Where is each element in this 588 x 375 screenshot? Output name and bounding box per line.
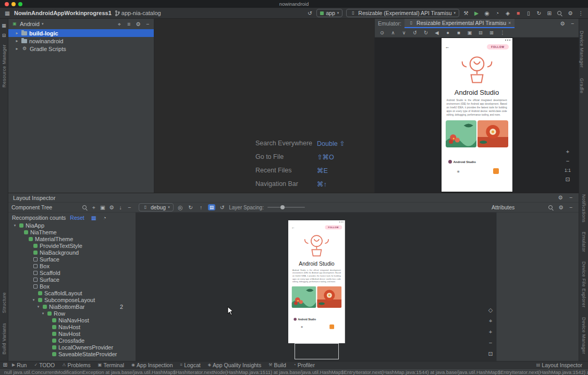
minimize-icon[interactable]: −	[568, 205, 574, 210]
tool-window-stripe-resource-manager[interactable]: Resource Manager	[2, 44, 7, 88]
zoom-fit-icon[interactable]: ⊡	[565, 177, 571, 182]
toolwindow-problems[interactable]: ⚠Problems	[58, 362, 94, 368]
window-controls[interactable]	[5, 2, 22, 6]
fold-icon[interactable]: ⊟	[477, 30, 484, 35]
component-providetextstyle[interactable]: ProvideTextStyle	[8, 242, 136, 249]
layer-spacing-slider[interactable]	[267, 207, 305, 208]
hide-icon[interactable]: −	[144, 21, 151, 27]
minimize-icon[interactable]: −	[568, 195, 574, 201]
snapshot-icon[interactable]: ⊞	[488, 30, 495, 35]
minimize-window-button[interactable]	[11, 2, 16, 6]
settings-icon[interactable]: ⚙	[135, 21, 141, 27]
chevron-right-icon[interactable]: ▸	[15, 46, 19, 51]
rollback-icon[interactable]: ↺	[307, 10, 313, 16]
chevron-down-icon[interactable]: ▾	[13, 223, 17, 228]
toolwindow-todo[interactable]: ✓TODO	[30, 362, 58, 368]
emulator-screen[interactable]: ← FOLLOW	[442, 38, 512, 192]
tool-window-stripe-gradle[interactable]: Gradle	[579, 78, 584, 93]
tool-window-stripe-emulator[interactable]: Emulator	[581, 232, 586, 252]
chevron-down-icon[interactable]: ▾	[31, 298, 36, 302]
chevron-down-icon[interactable]: ▾	[36, 305, 41, 309]
component-scaffoldlayout[interactable]: ScaffoldLayout	[8, 290, 136, 296]
more-icon[interactable]: ⋮	[578, 10, 584, 16]
settings-icon[interactable]: ⚙	[558, 205, 564, 210]
component-box[interactable]: Box	[8, 283, 136, 290]
toolwindow-logcat[interactable]: ≡Logcat	[177, 362, 204, 368]
component-crossfade[interactable]: Crossfade	[8, 337, 136, 344]
device-manager-icon[interactable]: ▯	[525, 10, 532, 16]
sync-icon[interactable]: ↻	[536, 10, 542, 16]
collapse-icon[interactable]: −	[126, 205, 132, 210]
settings-icon[interactable]: ⚙	[108, 205, 115, 210]
toolwindow-build[interactable]: ⚒Build	[265, 362, 290, 368]
layers-toggle-icon[interactable]: ▤	[208, 204, 216, 210]
toolwindow-app-inspection[interactable]: ◉App Inspection	[128, 362, 176, 368]
debug-icon[interactable]: ◉	[484, 10, 490, 16]
run-configuration-select[interactable]: app ▾	[316, 9, 342, 17]
screenshot-icon[interactable]: ▣	[467, 30, 473, 35]
component-subcomposelayout[interactable]: ▾SubcomposeLayout	[8, 296, 136, 303]
component-row[interactable]: ▾Row	[8, 310, 136, 317]
tool-window-stripe-structure[interactable]: Structure	[2, 292, 7, 313]
component-saveablestateprovider[interactable]: SaveableStateProvider	[8, 351, 136, 357]
volume-down-icon[interactable]: ∨	[401, 30, 407, 35]
tool-window-stripe-device-manager[interactable]: Device Manager	[579, 31, 584, 68]
search-icon[interactable]	[557, 10, 563, 16]
toolwindow-app-quality-insights[interactable]: ◈App Quality Insights	[204, 362, 265, 368]
stop-icon[interactable]: ■	[515, 10, 521, 16]
status-message[interactable]: null java.util.ConcurrentModificationExc…	[4, 369, 588, 375]
export-icon[interactable]: ↑	[198, 205, 204, 210]
zoom-window-button[interactable]	[18, 2, 22, 6]
zoom-level[interactable]: 1:1	[565, 168, 571, 173]
zoom-out-icon[interactable]: −	[487, 340, 494, 346]
overview-icon[interactable]: ■	[456, 30, 462, 35]
component-localownersprovider[interactable]: LocalOwnersProvider	[8, 344, 136, 351]
chevron-right-icon[interactable]: ▸	[15, 31, 19, 35]
settings-icon[interactable]: ⚙	[567, 10, 573, 16]
build-icon[interactable]: ⚒	[463, 10, 469, 16]
toolwindow-layout-inspector[interactable]: ▤Layout Inspector	[533, 362, 586, 368]
tool-window-stripe-build-variants[interactable]: Build Variants	[2, 323, 7, 354]
device-render-screen[interactable]: ← FOLLOW	[288, 220, 345, 343]
zoom-fit-icon[interactable]: ⊡	[487, 351, 494, 357]
reset-link[interactable]: Reset	[70, 215, 84, 221]
component-niaapp[interactable]: ▾NiaApp	[8, 222, 136, 229]
reload-icon[interactable]: ↺	[219, 205, 225, 210]
rotate-right-icon[interactable]: ↻	[423, 30, 429, 35]
device-select[interactable]: ▯ Resizable (Experimental) API Tiramisu …	[346, 9, 459, 17]
app-inspection-icon[interactable]: ◈	[505, 10, 511, 16]
rotate-left-icon[interactable]: ↺	[412, 30, 418, 35]
search-icon[interactable]	[548, 205, 554, 210]
tool-window-stripe-notifications[interactable]: Notifications	[581, 194, 586, 222]
chevron-down-icon[interactable]: ▾	[41, 311, 45, 316]
component-navhost[interactable]: NavHost	[8, 323, 136, 330]
back-icon[interactable]: ◀	[434, 30, 440, 35]
component-niabackground[interactable]: NiaBackground	[8, 249, 136, 256]
more-icon[interactable]: ⋮	[499, 30, 506, 35]
toolwindow-terminal[interactable]: ▣Terminal	[94, 362, 128, 368]
toolwindow-profiler[interactable]: ◔Profiler	[290, 362, 318, 368]
close-window-button[interactable]	[5, 2, 9, 6]
volume-up-icon[interactable]: ∧	[390, 30, 396, 35]
editor-area[interactable]: Search EverywhereDouble ⇧Go to File⇧⌘ORe…	[154, 19, 374, 193]
minimize-icon[interactable]: −	[569, 21, 575, 27]
project-name[interactable]: NowinAndroidAppWorkinprogress1	[14, 10, 112, 16]
component-navhost[interactable]: NavHost	[8, 330, 136, 337]
zoom-out-icon[interactable]: −	[565, 158, 571, 164]
close-icon[interactable]: ×	[508, 20, 511, 26]
fold-icon[interactable]: ⊟	[1, 33, 7, 38]
toolwindow-run[interactable]: ▶Run	[8, 362, 30, 368]
sdk-icon[interactable]: ⊞	[546, 10, 553, 16]
component-niatheme[interactable]: NiaTheme	[8, 229, 136, 235]
tool-window-stripe-device-file-explorer[interactable]: Device File Explorer	[581, 261, 586, 308]
profiler-icon[interactable]: ◔	[494, 10, 500, 16]
locate-icon[interactable]: ⌖	[116, 21, 123, 27]
power-icon[interactable]: ⊙	[379, 30, 385, 35]
slider-knob[interactable]	[280, 205, 285, 209]
search-icon[interactable]	[82, 205, 88, 210]
component-nianavhost[interactable]: NiaNavHost	[8, 317, 136, 323]
component-materialtheme[interactable]: MaterialTheme	[8, 235, 136, 242]
mode-3d-icon[interactable]: ◇	[487, 307, 494, 313]
device-render[interactable]: ← FOLLOW	[288, 220, 345, 343]
component-box[interactable]: Box	[8, 262, 136, 269]
